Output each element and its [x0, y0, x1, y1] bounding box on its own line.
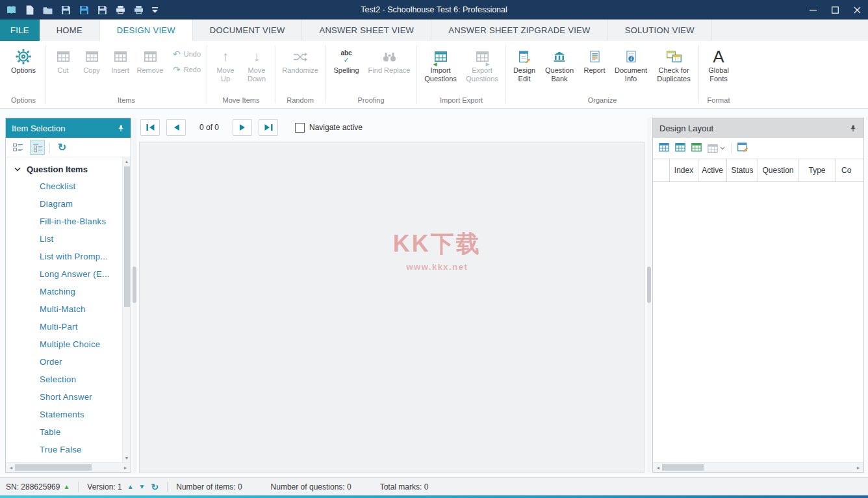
item-type-long-answer[interactable]: Long Answer (E...: [6, 265, 121, 283]
list-view-icon[interactable]: [10, 140, 25, 155]
table-view-3-icon[interactable]: [691, 142, 702, 154]
insert-button[interactable]: Insert: [107, 44, 134, 76]
tree-horizontal-scrollbar[interactable]: ◄ ►: [6, 462, 131, 472]
item-type-matching[interactable]: Matching: [6, 283, 121, 300]
previous-item-button[interactable]: [166, 119, 186, 136]
version-refresh-button[interactable]: ↻: [151, 482, 159, 492]
document-info-button[interactable]: Document Info: [611, 44, 651, 85]
save-icon[interactable]: [61, 5, 71, 15]
column-header-index[interactable]: Index: [670, 159, 698, 181]
redo-button[interactable]: ↷ Redo: [170, 63, 203, 76]
item-type-list-with-prompts[interactable]: List with Promp...: [6, 248, 121, 265]
report-button[interactable]: Report: [580, 44, 609, 76]
item-type-true-false[interactable]: True False: [6, 441, 121, 458]
item-type-multiple-choice[interactable]: Multiple Choice: [6, 335, 121, 353]
cut-button[interactable]: Cut: [49, 44, 77, 76]
column-header-active[interactable]: Active: [698, 159, 727, 181]
pin-icon[interactable]: [850, 125, 857, 132]
last-item-button[interactable]: [259, 119, 278, 136]
column-header-status[interactable]: Status: [727, 159, 758, 181]
version-up-button[interactable]: ▲: [127, 483, 134, 490]
remove-button[interactable]: Remove: [135, 44, 165, 76]
scrollbar-thumb[interactable]: [647, 267, 651, 303]
print-preview-icon[interactable]: [134, 5, 144, 15]
scroll-up-icon[interactable]: ▲: [125, 157, 129, 166]
scroll-left-icon[interactable]: ◄: [654, 465, 662, 470]
new-document-icon[interactable]: [25, 5, 34, 15]
tab-document-view[interactable]: DOCUMENT VIEW: [193, 20, 303, 41]
maximize-button[interactable]: [824, 0, 846, 20]
column-header-question[interactable]: Question: [758, 159, 798, 181]
scroll-right-icon[interactable]: ►: [121, 465, 129, 470]
find-replace-button[interactable]: Find Replace: [365, 44, 413, 76]
randomize-button[interactable]: Randomize: [279, 44, 322, 76]
item-type-multi-match[interactable]: Multi-Match: [6, 300, 121, 318]
item-type-checklist[interactable]: Checklist: [6, 177, 121, 195]
scrollbar-thumb[interactable]: [15, 464, 92, 471]
item-type-fill-in-the-blanks[interactable]: Fill-in-the-Blanks: [6, 213, 121, 230]
scroll-left-icon[interactable]: ◄: [7, 465, 15, 470]
question-bank-button[interactable]: Question Bank: [541, 44, 578, 85]
tab-design-view[interactable]: DESIGN VIEW: [100, 20, 193, 41]
spelling-button[interactable]: abc ✓ Spelling: [329, 44, 364, 76]
tab-answer-sheet-zipgrade-view[interactable]: ANSWER SHEET ZIPGRADE VIEW: [431, 20, 607, 41]
global-fonts-button[interactable]: A Global Fonts: [702, 44, 735, 85]
refresh-icon[interactable]: ↻: [55, 140, 70, 155]
copy-button[interactable]: Copy: [78, 44, 105, 76]
column-header-selector[interactable]: [653, 159, 670, 181]
window-controls: [802, 0, 868, 20]
next-item-button[interactable]: [233, 119, 252, 136]
pin-icon[interactable]: [118, 125, 125, 132]
table-view-2-icon[interactable]: [675, 142, 685, 154]
navigate-active-checkbox[interactable]: [295, 123, 305, 133]
column-header-type[interactable]: Type: [798, 159, 836, 181]
tab-file[interactable]: FILE: [0, 20, 40, 41]
save-as-icon[interactable]: [79, 5, 89, 15]
close-button[interactable]: [846, 0, 868, 20]
scrollbar-thumb[interactable]: [124, 166, 130, 307]
item-type-diagram[interactable]: Diagram: [6, 195, 121, 213]
check-for-duplicates-button[interactable]: Check for Duplicates: [652, 44, 695, 85]
item-navigator: 0 of 0 Navigate active: [140, 118, 645, 137]
save-all-icon[interactable]: [97, 5, 107, 15]
export-questions-button[interactable]: ► Export Questions: [462, 44, 502, 85]
version-down-button[interactable]: ▼: [139, 483, 146, 490]
tab-home[interactable]: HOME: [40, 20, 100, 41]
tree-vertical-scrollbar[interactable]: ▲ ▼: [122, 157, 131, 462]
options-button[interactable]: Options: [5, 44, 42, 76]
first-item-button[interactable]: [140, 119, 160, 136]
layout-horizontal-scrollbar[interactable]: ◄ ►: [653, 462, 863, 472]
scrollbar-thumb[interactable]: [133, 267, 136, 303]
scroll-down-icon[interactable]: ▼: [125, 454, 129, 462]
bank-icon: [554, 47, 565, 66]
table-columns-dropdown[interactable]: [708, 144, 725, 153]
print-icon[interactable]: [116, 5, 125, 15]
column-header-co[interactable]: Co: [836, 159, 863, 181]
undo-button[interactable]: ↶ Undo: [170, 47, 203, 60]
move-up-button[interactable]: ↑ Move Up: [211, 44, 240, 85]
customize-toolbar-icon[interactable]: [152, 7, 158, 13]
group-view-icon[interactable]: [30, 140, 45, 155]
item-type-list[interactable]: List: [6, 230, 121, 248]
edit-layout-icon[interactable]: [737, 142, 748, 155]
open-file-icon[interactable]: [43, 5, 53, 15]
table-view-1-icon[interactable]: [659, 142, 669, 154]
item-type-order[interactable]: Order: [6, 353, 121, 371]
tab-answer-sheet-view[interactable]: ANSWER SHEET VIEW: [302, 20, 431, 41]
import-questions-button[interactable]: ◄ Import Questions: [420, 44, 461, 85]
tab-solution-view[interactable]: SOLUTION VIEW: [608, 20, 712, 41]
minimize-button[interactable]: [802, 0, 824, 20]
canvas-left-scrollbar[interactable]: [133, 118, 136, 473]
canvas-right-scrollbar[interactable]: [647, 118, 651, 473]
item-type-table[interactable]: Table: [6, 423, 121, 441]
item-type-statements[interactable]: Statements: [6, 406, 121, 423]
scroll-right-icon[interactable]: ►: [854, 465, 862, 470]
category-question-items[interactable]: Question Items: [6, 161, 121, 177]
design-edit-button[interactable]: Design Edit: [509, 44, 539, 85]
group-label-import-export: Import Export: [420, 95, 502, 108]
item-type-multi-part[interactable]: Multi-Part: [6, 318, 121, 335]
move-down-button[interactable]: ↓ Move Down: [242, 44, 272, 85]
item-type-short-answer[interactable]: Short Answer: [6, 388, 121, 406]
item-type-selection[interactable]: Selection: [6, 371, 121, 388]
scrollbar-thumb[interactable]: [662, 464, 704, 471]
